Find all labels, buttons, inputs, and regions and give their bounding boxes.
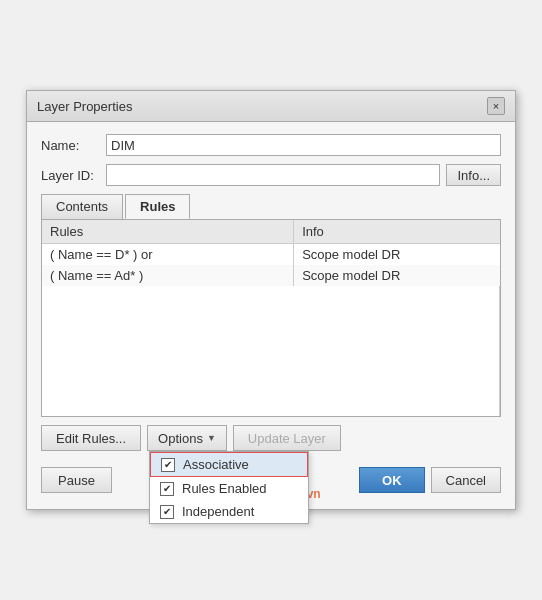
edit-rules-button[interactable]: Edit Rules... — [41, 425, 141, 451]
info-cell-0: Scope model DR — [294, 244, 500, 266]
dialog-body: Name: Layer ID: Info... Contents Rules R… — [27, 122, 515, 509]
close-button[interactable]: × — [487, 97, 505, 115]
pause-button[interactable]: Pause — [41, 467, 112, 493]
options-button[interactable]: Options ▼ — [147, 425, 227, 451]
associative-checkbox[interactable] — [161, 458, 175, 472]
name-input[interactable] — [106, 134, 501, 156]
tabs-row: Contents Rules — [41, 194, 501, 219]
rules-enabled-label: Rules Enabled — [182, 481, 267, 496]
dropdown-item-independent[interactable]: Independent — [150, 500, 308, 523]
table-row: ( Name == Ad* ) Scope model DR — [42, 265, 500, 286]
options-dropdown-menu: Associative Rules Enabled Independent — [149, 451, 309, 524]
tab-content-area: Rules Info ( Name == D* ) or Scope model… — [41, 219, 501, 417]
independent-label: Independent — [182, 504, 254, 519]
layer-properties-dialog: Layer Properties × Name: Layer ID: Info.… — [26, 90, 516, 510]
rule-cell-1: ( Name == Ad* ) — [42, 265, 294, 286]
cancel-button[interactable]: Cancel — [431, 467, 501, 493]
rules-table: Rules Info ( Name == D* ) or Scope model… — [42, 220, 500, 416]
dropdown-arrow-icon: ▼ — [207, 433, 216, 443]
layer-id-input[interactable] — [106, 164, 440, 186]
dropdown-item-rules-enabled[interactable]: Rules Enabled — [150, 477, 308, 500]
rule-cell-0: ( Name == D* ) or — [42, 244, 294, 266]
dropdown-item-associative[interactable]: Associative — [150, 452, 308, 477]
rules-enabled-checkbox[interactable] — [160, 482, 174, 496]
update-layer-button[interactable]: Update Layer — [233, 425, 341, 451]
title-bar: Layer Properties × — [27, 91, 515, 122]
dialog-title: Layer Properties — [37, 99, 132, 114]
layer-id-row: Layer ID: Info... — [41, 164, 501, 186]
ok-button[interactable]: OK — [359, 467, 425, 493]
independent-checkbox[interactable] — [160, 505, 174, 519]
table-row: ( Name == D* ) or Scope model DR — [42, 244, 500, 266]
associative-label: Associative — [183, 457, 249, 472]
tab-rules[interactable]: Rules — [125, 194, 190, 219]
empty-row — [42, 286, 500, 416]
info-button[interactable]: Info... — [446, 164, 501, 186]
name-row: Name: — [41, 134, 501, 156]
layer-id-label: Layer ID: — [41, 168, 106, 183]
name-label: Name: — [41, 138, 106, 153]
bottom-right-buttons: OK Cancel — [359, 467, 501, 493]
col-rules: Rules — [42, 220, 294, 244]
tab-contents[interactable]: Contents — [41, 194, 123, 219]
info-cell-1: Scope model DR — [294, 265, 500, 286]
col-info: Info — [294, 220, 500, 244]
action-button-row: Edit Rules... Options ▼ Update Layer Ass… — [41, 425, 501, 451]
